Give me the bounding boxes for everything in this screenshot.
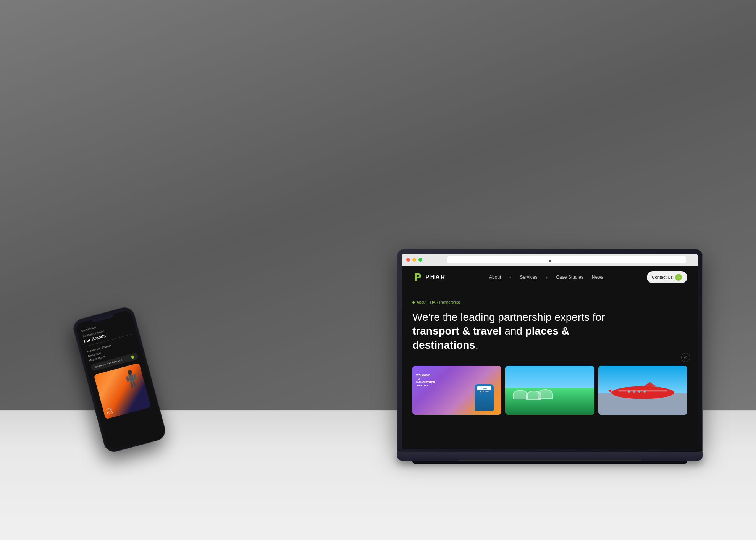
sky-bg (505, 366, 594, 390)
phone-screen-content: Our Services For Rights Holders For Bran… (76, 312, 157, 424)
phone-image-bg (94, 363, 151, 419)
hero-text-normal: We're the leading partnership experts fo… (412, 311, 605, 323)
laptop-camera (549, 260, 551, 262)
phone-explore-label: Explore Services for Brands (95, 359, 123, 368)
svg-rect-3 (618, 390, 667, 392)
contact-us-button[interactable]: Contact Us → (647, 271, 687, 283)
browser-maximize-dot (418, 258, 422, 262)
hero-heading: We're the leading partnership experts fo… (412, 310, 634, 352)
image-grid: WELCOMETOMANCHESTERAIRPORT Carex ALOE VE… (402, 360, 698, 421)
nav-links: About ▾ Services ▾ Case Studies News (489, 275, 603, 280)
hero-text-period: . (475, 339, 478, 351)
laptop-device: PHAR About ▾ Services ▾ Case Studies New… (397, 249, 703, 464)
about-dot-icon (412, 301, 415, 304)
svg-point-6 (638, 391, 640, 393)
phone-explore-dot-icon (131, 355, 135, 359)
browser-minimize-dot (412, 258, 416, 262)
hero-text-bold1: transport & travel (412, 325, 501, 337)
site-logo-text: PHAR (425, 274, 446, 281)
nav-services[interactable]: Services (520, 275, 537, 280)
svg-marker-2 (643, 382, 657, 387)
phone-hero-image: IT'SIT'S (94, 363, 151, 419)
svg-point-5 (633, 391, 635, 393)
airplane-fuselage (598, 380, 687, 401)
phar-logo-icon (412, 272, 423, 283)
hero-section: About PHAR Partnerships We're the leadin… (402, 289, 698, 360)
svg-point-4 (628, 391, 630, 393)
laptop-base (397, 452, 703, 461)
svg-point-0 (611, 386, 674, 399)
nav-about[interactable]: About (489, 275, 501, 280)
svg-rect-13 (133, 382, 136, 387)
nav-news[interactable]: News (592, 275, 603, 280)
nav-case-studies[interactable]: Case Studies (556, 275, 583, 280)
site-logo: PHAR (412, 272, 446, 283)
grid-image-1: WELCOMETOMANCHESTERAIRPORT Carex ALOE VE… (412, 366, 501, 415)
grid-image-2 (505, 366, 594, 415)
svg-rect-12 (130, 382, 133, 388)
browser-url-bar[interactable] (447, 256, 686, 263)
laptop-screen-bezel: PHAR About ▾ Services ▾ Case Studies New… (397, 249, 703, 452)
airport-sign-text: WELCOMETOMANCHESTERAIRPORT (416, 373, 435, 387)
contact-us-arrow-icon: → (675, 274, 682, 281)
scroll-indicator: ⊙ (681, 353, 690, 362)
svg-marker-1 (608, 389, 611, 393)
contact-us-label: Contact Us (652, 275, 673, 280)
dome-3 (538, 389, 553, 399)
about-label: About PHAR Partnerships (412, 300, 687, 304)
browser-close-dot (406, 258, 410, 262)
laptop-body: PHAR About ▾ Services ▾ Case Studies New… (397, 249, 703, 464)
carex-bottle-display: Carex ALOE VERA (475, 384, 494, 411)
dome-1 (513, 390, 528, 399)
svg-point-7 (643, 391, 646, 393)
nav-services-chevron: ▾ (546, 275, 548, 280)
hero-text-connector: and (504, 325, 522, 337)
grid-image-3 (598, 366, 687, 415)
website-content: PHAR About ▾ Services ▾ Case Studies New… (402, 266, 698, 449)
nav-about-chevron: ▾ (509, 275, 511, 280)
site-navigation: PHAR About ▾ Services ▾ Case Studies New… (402, 266, 698, 289)
